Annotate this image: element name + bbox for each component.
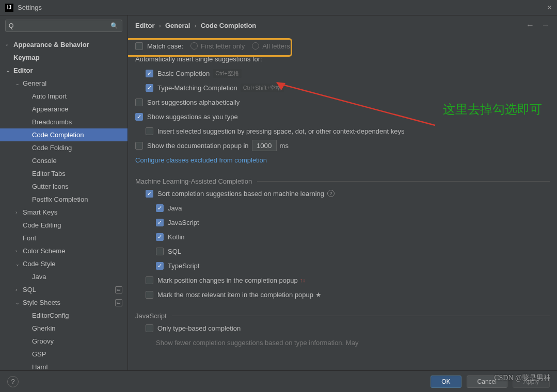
sort-alpha-checkbox[interactable] xyxy=(135,99,143,106)
tree-item-label: Keymap xyxy=(13,54,40,61)
ok-button[interactable]: OK xyxy=(431,375,461,388)
scope-badge-icon: ▭ xyxy=(115,299,122,306)
scope-badge-icon: ▭ xyxy=(115,286,122,293)
tree-item-gherkin[interactable]: Gherkin xyxy=(0,322,128,335)
ml-section-header: Machine Learning-Assisted Completion xyxy=(135,177,550,185)
type-matching-checkbox[interactable]: ✓ xyxy=(146,84,153,92)
basic-completion-checkbox[interactable]: ✓ xyxy=(146,70,153,77)
tree-item-editor-tabs[interactable]: Editor Tabs xyxy=(0,167,128,180)
mark-relevant-checkbox[interactable] xyxy=(146,291,153,299)
expand-icon: › xyxy=(6,42,13,47)
ml-sort-checkbox[interactable]: ✓ xyxy=(146,190,153,198)
cancel-button[interactable]: Cancel xyxy=(467,375,507,388)
apply-button[interactable]: Apply xyxy=(513,375,550,388)
expand-icon: ⌄ xyxy=(6,68,13,73)
tree-item-appearance-behavior[interactable]: ›Appearance & Behavior xyxy=(0,38,128,51)
help-button[interactable]: ? xyxy=(7,376,19,387)
tree-item-general[interactable]: ⌄General xyxy=(0,77,128,90)
js-section-header: JavaScript xyxy=(135,312,550,320)
tree-item-label: Font xyxy=(23,234,36,242)
tree-item-code-folding[interactable]: Code Folding xyxy=(0,141,128,154)
expand-icon: ⌄ xyxy=(15,262,23,267)
tree-item-editorconfig[interactable]: EditorConfig xyxy=(0,309,128,322)
sidebar: 🔍 ›Appearance & BehaviorKeymap⌄Editor⌄Ge… xyxy=(0,15,128,370)
expand-icon: › xyxy=(15,287,23,292)
tree-item-console[interactable]: Console xyxy=(0,154,128,167)
breadcrumb: Editor› General› Code Completion ← → xyxy=(128,15,557,35)
insert-space-checkbox[interactable] xyxy=(146,127,153,135)
tree-item-label: Gutter Icons xyxy=(32,183,69,190)
tree-item-color-scheme[interactable]: ›Color Scheme xyxy=(0,244,128,257)
tree-item-font[interactable]: Font xyxy=(0,232,128,244)
show-suggestions-checkbox[interactable]: ✓ xyxy=(135,113,143,121)
configure-excluded-link[interactable]: Configure classes excluded from completi… xyxy=(135,156,267,164)
first-letter-radio[interactable] xyxy=(190,42,198,50)
tree-item-label: Haml xyxy=(32,363,47,370)
tree-item-label: Postfix Completion xyxy=(32,195,88,203)
tree-item-keymap[interactable]: Keymap xyxy=(0,51,128,64)
tree-item-label: Smart Keys xyxy=(23,208,57,216)
settings-content: Match case: First letter only All letter… xyxy=(128,35,557,370)
tree-item-label: Auto Import xyxy=(32,92,67,100)
tree-item-gutter-icons[interactable]: Gutter Icons xyxy=(0,180,128,193)
all-letters-radio[interactable] xyxy=(252,42,259,50)
star-icon: ★ xyxy=(315,291,322,299)
titlebar: IJ Settings × xyxy=(0,0,557,15)
tree-item-label: Editor Tabs xyxy=(32,170,66,177)
tree-item-label: Style Sheets xyxy=(23,299,60,306)
javascript-checkbox[interactable]: ✓ xyxy=(156,219,164,226)
search-input[interactable] xyxy=(5,20,122,32)
tree-item-breadcrumbs[interactable]: Breadcrumbs xyxy=(0,116,128,128)
kotlin-checkbox[interactable]: ✓ xyxy=(156,233,164,241)
search-icon: 🔍 xyxy=(110,22,118,29)
tree-item-label: GSP xyxy=(32,350,46,358)
window-title: Settings xyxy=(18,4,42,11)
tree-item-label: Color Scheme xyxy=(23,247,65,255)
tree-item-haml[interactable]: Haml xyxy=(0,361,128,370)
match-case-checkbox[interactable] xyxy=(135,42,143,50)
tree-item-label: Gherkin xyxy=(32,324,56,332)
tree-item-label: SQL xyxy=(23,286,36,293)
tree-item-postfix-completion[interactable]: Postfix Completion xyxy=(0,193,128,206)
tree-item-label: Code Editing xyxy=(23,221,61,229)
footer: ? OK Cancel Apply xyxy=(0,370,557,392)
tree-item-sql[interactable]: ›SQL▭ xyxy=(0,283,128,296)
tree-item-groovy[interactable]: Groovy xyxy=(0,335,128,348)
expand-icon: › xyxy=(15,210,23,215)
only-type-based-checkbox[interactable] xyxy=(146,324,153,332)
sql-checkbox[interactable] xyxy=(156,248,164,255)
tree-item-label: Appearance xyxy=(32,105,68,113)
tree-item-label: General xyxy=(23,79,46,87)
tree-item-label: Java xyxy=(32,273,46,281)
expand-icon: ⌄ xyxy=(15,300,23,305)
back-icon[interactable]: ← xyxy=(526,21,534,30)
tree-item-label: Appearance & Behavior xyxy=(13,41,89,48)
forward-icon[interactable]: → xyxy=(542,21,550,30)
auto-insert-label: Automatically insert single suggestions … xyxy=(135,55,262,63)
tree-item-appearance[interactable]: Appearance xyxy=(0,103,128,116)
tree-item-code-editing[interactable]: Code Editing xyxy=(0,219,128,232)
settings-tree[interactable]: ›Appearance & BehaviorKeymap⌄Editor⌄Gene… xyxy=(0,36,128,370)
mark-position-checkbox[interactable] xyxy=(146,276,153,284)
tree-item-label: Breadcrumbs xyxy=(32,118,72,126)
doc-delay-input[interactable] xyxy=(252,140,277,151)
expand-icon: › xyxy=(15,249,23,254)
tree-item-code-completion[interactable]: Code Completion xyxy=(0,128,128,141)
tree-item-code-style[interactable]: ⌄Code Style xyxy=(0,257,128,270)
tree-item-editor[interactable]: ⌄Editor xyxy=(0,64,128,77)
tree-item-gsp[interactable]: GSP xyxy=(0,348,128,361)
tree-item-smart-keys[interactable]: ›Smart Keys xyxy=(0,206,128,219)
tree-item-label: Code Folding xyxy=(32,144,72,152)
close-icon[interactable]: × xyxy=(547,3,552,12)
tree-item-java[interactable]: Java xyxy=(0,270,128,283)
expand-icon: ⌄ xyxy=(15,81,23,86)
tree-item-label: Editor xyxy=(13,67,33,74)
show-doc-checkbox[interactable] xyxy=(135,142,143,150)
tree-item-label: Code Style xyxy=(23,260,56,268)
typescript-checkbox[interactable]: ✓ xyxy=(156,262,164,270)
tree-item-auto-import[interactable]: Auto Import xyxy=(0,90,128,103)
tree-item-style-sheets[interactable]: ⌄Style Sheets▭ xyxy=(0,296,128,309)
tree-item-label: Code Completion xyxy=(32,131,84,139)
java-checkbox[interactable]: ✓ xyxy=(156,204,164,212)
help-icon[interactable]: ? xyxy=(327,190,335,197)
